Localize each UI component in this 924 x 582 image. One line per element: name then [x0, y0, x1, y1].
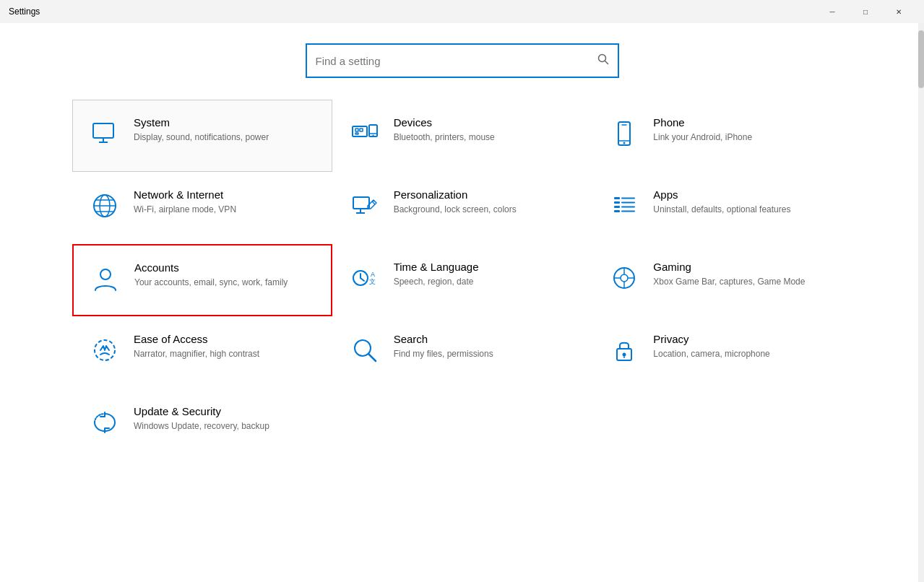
accounts-desc: Your accounts, email, sync, work, family [134, 277, 288, 289]
svg-text:A: A [371, 271, 375, 278]
svg-rect-21 [353, 197, 369, 209]
apps-title: Apps [653, 188, 790, 201]
setting-item-accounts[interactable]: Accounts Your accounts, email, sync, wor… [72, 244, 332, 316]
accounts-text: Accounts Your accounts, email, sync, wor… [134, 261, 288, 289]
phone-title: Phone [653, 116, 752, 129]
maximize-button[interactable]: □ [849, 0, 882, 23]
search-container [72, 23, 852, 100]
svg-point-40 [621, 274, 628, 282]
apps-text: Apps Uninstall, defaults, optional featu… [653, 188, 790, 216]
scrollbar-thumb[interactable] [918, 30, 924, 88]
update-desc: Windows Update, recovery, backup [134, 420, 269, 433]
network-icon [87, 188, 122, 223]
network-title: Network & Internet [134, 188, 236, 201]
devices-desc: Bluetooth, printers, mouse [394, 131, 495, 144]
setting-item-apps[interactable]: Apps Uninstall, defaults, optional featu… [592, 172, 852, 244]
time-icon: A 文 [347, 261, 382, 295]
system-desc: Display, sound, notifications, power [134, 131, 269, 144]
search-icon [597, 53, 609, 68]
main-content: System Display, sound, notifications, po… [0, 23, 924, 582]
setting-item-gaming[interactable]: Gaming Xbox Game Bar, captures, Game Mod… [592, 244, 852, 316]
time-title: Time & Language [394, 261, 479, 273]
phone-text: Phone Link your Android, iPhone [653, 116, 752, 144]
setting-item-network[interactable]: Network & Internet Wi-Fi, airplane mode,… [72, 172, 332, 244]
apps-icon [607, 188, 642, 223]
search-setting-text: Search Find my files, permissions [394, 333, 493, 360]
svg-rect-2 [93, 123, 113, 138]
svg-rect-27 [614, 206, 620, 208]
search-setting-title: Search [394, 333, 493, 345]
ease-desc: Narrator, magnifier, high contrast [134, 348, 259, 360]
phone-desc: Link your Android, iPhone [653, 131, 752, 144]
settings-grid: System Display, sound, notifications, po… [72, 100, 852, 461]
minimize-button[interactable]: ─ [816, 0, 849, 23]
update-icon [87, 405, 122, 440]
svg-rect-8 [355, 133, 358, 134]
svg-line-1 [605, 61, 608, 64]
system-text: System Display, sound, notifications, po… [134, 116, 269, 144]
window-controls: ─ □ ✕ [816, 0, 915, 23]
setting-item-update[interactable]: Update & Security Windows Update, recove… [72, 388, 332, 461]
network-text: Network & Internet Wi-Fi, airplane mode,… [134, 188, 236, 216]
apps-desc: Uninstall, defaults, optional features [653, 204, 790, 216]
phone-icon [607, 116, 642, 151]
privacy-title: Privacy [653, 333, 769, 345]
setting-item-search[interactable]: Search Find my files, permissions [332, 316, 592, 388]
personalization-title: Personalization [394, 188, 517, 201]
accounts-title: Accounts [134, 261, 288, 274]
time-desc: Speech, region, date [394, 276, 479, 288]
svg-text:文: 文 [369, 278, 376, 285]
titlebar: Settings ─ □ ✕ [0, 0, 924, 23]
setting-item-ease[interactable]: Ease of Access Narrator, magnifier, high… [72, 316, 332, 388]
svg-line-47 [368, 354, 376, 361]
gaming-title: Gaming [653, 261, 805, 273]
app-title: Settings [9, 6, 40, 17]
svg-point-14 [623, 142, 626, 144]
setting-item-phone[interactable]: Phone Link your Android, iPhone [592, 100, 852, 172]
svg-rect-6 [355, 129, 358, 131]
personalization-icon [347, 188, 382, 223]
svg-rect-7 [360, 129, 363, 131]
svg-rect-12 [618, 122, 630, 145]
scrollbar-track[interactable] [918, 23, 924, 582]
setting-item-personalization[interactable]: Personalization Background, lock screen,… [332, 172, 592, 244]
svg-rect-28 [614, 210, 620, 212]
close-button[interactable]: ✕ [882, 0, 915, 23]
ease-text: Ease of Access Narrator, magnifier, high… [134, 333, 259, 360]
personalization-desc: Background, lock screen, colors [394, 204, 517, 216]
ease-icon [87, 333, 122, 368]
svg-line-24 [372, 201, 375, 204]
gaming-desc: Xbox Game Bar, captures, Game Mode [653, 276, 805, 288]
personalization-text: Personalization Background, lock screen,… [394, 188, 517, 216]
privacy-desc: Location, camera, microphone [653, 348, 769, 360]
privacy-icon [607, 333, 642, 368]
setting-item-time[interactable]: A 文 Time & Language Speech, region, date [332, 244, 592, 316]
setting-item-privacy[interactable]: Privacy Location, camera, microphone [592, 316, 852, 388]
svg-point-33 [100, 269, 111, 279]
system-title: System [134, 116, 269, 129]
search-box[interactable] [306, 43, 619, 78]
accounts-icon [88, 261, 123, 296]
update-text: Update & Security Windows Update, recove… [134, 405, 269, 433]
update-title: Update & Security [134, 405, 269, 417]
time-text: Time & Language Speech, region, date [394, 261, 479, 288]
svg-line-36 [360, 278, 364, 281]
devices-icon [347, 116, 382, 151]
svg-rect-25 [614, 197, 620, 199]
privacy-text: Privacy Location, camera, microphone [653, 333, 769, 360]
gaming-text: Gaming Xbox Game Bar, captures, Game Mod… [653, 261, 805, 288]
search-setting-icon [347, 333, 382, 368]
gaming-icon [607, 261, 642, 295]
setting-item-devices[interactable]: Devices Bluetooth, printers, mouse [332, 100, 592, 172]
svg-point-11 [372, 135, 374, 136]
svg-rect-26 [614, 201, 620, 204]
system-icon [87, 116, 122, 151]
devices-title: Devices [394, 116, 495, 129]
svg-point-49 [623, 353, 626, 357]
search-input[interactable] [316, 55, 597, 67]
setting-item-system[interactable]: System Display, sound, notifications, po… [72, 100, 332, 172]
ease-title: Ease of Access [134, 333, 259, 345]
network-desc: Wi-Fi, airplane mode, VPN [134, 204, 236, 216]
devices-text: Devices Bluetooth, printers, mouse [394, 116, 495, 144]
search-setting-desc: Find my files, permissions [394, 348, 493, 360]
